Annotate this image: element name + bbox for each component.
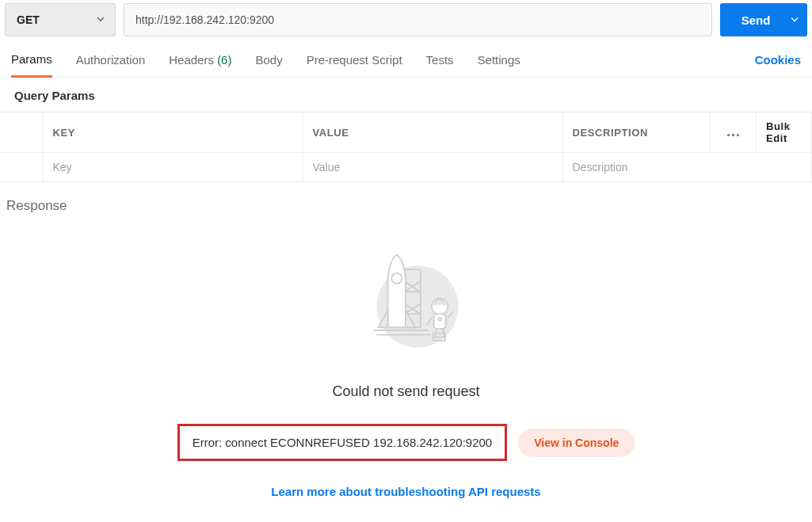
tab-body[interactable]: Body	[255, 53, 282, 76]
headers-count: (6)	[217, 53, 231, 67]
request-url-input[interactable]	[124, 3, 712, 36]
response-empty-state: Could not send request Error: connect EC…	[0, 219, 812, 498]
cookies-link[interactable]: Cookies	[755, 53, 801, 76]
tab-headers[interactable]: Headers (6)	[169, 53, 231, 76]
tab-settings[interactable]: Settings	[478, 53, 520, 76]
tab-prerequest[interactable]: Pre-request Script	[307, 53, 402, 76]
error-message: Error: connect ECONNREFUSED 192.168.242.…	[177, 424, 508, 461]
tab-params[interactable]: Params	[11, 52, 52, 78]
response-heading: Could not send request	[332, 383, 479, 400]
table-row	[0, 153, 812, 182]
description-input[interactable]	[573, 161, 802, 173]
view-in-console-button[interactable]: View in Console	[518, 429, 635, 457]
send-button[interactable]: Send	[720, 3, 807, 36]
learn-more-link[interactable]: Learn more about troubleshooting API req…	[271, 485, 540, 498]
key-input[interactable]	[53, 161, 293, 173]
rocket-astronaut-icon	[347, 247, 466, 366]
column-options[interactable]	[711, 112, 757, 153]
column-description: DESCRIPTION	[562, 112, 711, 153]
response-label: Response	[6, 198, 67, 214]
more-icon	[720, 134, 746, 136]
tab-authorization[interactable]: Authorization	[76, 53, 146, 76]
request-tabs: Params Authorization Headers (6) Body Pr…	[0, 43, 812, 78]
view-in-console-label: View in Console	[534, 436, 619, 449]
http-method-value: GET	[17, 13, 40, 26]
chevron-down-icon	[96, 13, 105, 26]
http-method-select[interactable]: GET	[5, 3, 116, 36]
value-input[interactable]	[313, 161, 553, 173]
bulk-edit-link[interactable]: Bulk Edit	[757, 112, 812, 153]
tab-tests[interactable]: Tests	[426, 53, 454, 76]
query-params-table: KEY VALUE DESCRIPTION Bulk Edit	[0, 112, 812, 182]
column-value: VALUE	[303, 112, 562, 153]
query-params-heading: Query Params	[0, 78, 812, 112]
column-key: KEY	[43, 112, 303, 153]
send-button-label: Send	[741, 13, 771, 27]
chevron-down-icon	[790, 13, 799, 27]
